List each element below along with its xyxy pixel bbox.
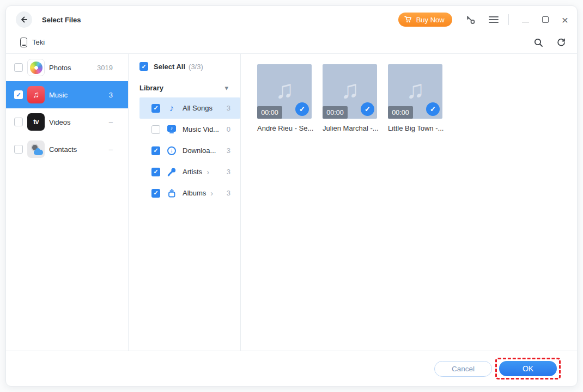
page-title: Select Files — [42, 16, 81, 24]
cancel-button[interactable]: Cancel — [434, 361, 492, 377]
category-item-count: 3 — [227, 189, 230, 197]
sidebar-item-label: Contacts — [49, 145, 109, 154]
song-thumbnail[interactable]: ♫ 00:00 ✓ — [388, 64, 442, 119]
phone-icon — [20, 38, 27, 47]
sidebar-item-count: 3 — [109, 91, 113, 99]
cart-icon — [404, 16, 412, 23]
category-item-music-videos[interactable]: ✓ ♪ Music Vid... 0 — [139, 119, 240, 140]
song-card[interactable]: ♫ 00:00 ✓ Julien Marchal -... — [323, 64, 377, 132]
chevron-right-icon[interactable]: › — [210, 189, 213, 197]
all-songs-checkbox[interactable]: ✓ — [151, 104, 160, 113]
song-thumbnail[interactable]: ♫ 00:00 ✓ — [257, 64, 312, 119]
contacts-app-icon — [27, 140, 45, 158]
album-icon — [166, 188, 177, 199]
menu-icon[interactable] — [489, 16, 499, 23]
sidebar: ✓ Photos 3019 ✓ ♫ Music 3 ✓ tv Videos – … — [6, 54, 129, 351]
photos-checkbox[interactable]: ✓ — [14, 63, 23, 72]
music-app-icon: ♫ — [27, 86, 45, 103]
duration-badge: 00:00 — [388, 106, 413, 119]
category-item-label: Albums — [183, 189, 206, 197]
device-name: Teki — [32, 38, 45, 46]
minimize-button[interactable] — [522, 17, 529, 22]
device-bar: Teki — [6, 31, 577, 53]
category-item-count: 3 — [227, 146, 230, 155]
duration-badge: 00:00 — [257, 106, 282, 119]
select-all-label: Select All — [154, 63, 185, 71]
header: Select Files Buy Now × Teki — [6, 6, 577, 54]
sidebar-item-videos[interactable]: ✓ tv Videos – — [6, 108, 128, 136]
category-item-label: All Songs — [183, 104, 212, 112]
song-card[interactable]: ♫ 00:00 ✓ André Rieu - Se... — [257, 64, 312, 132]
main-body: ✓ Photos 3019 ✓ ♫ Music 3 ✓ tv Videos – … — [6, 54, 577, 351]
category-item-albums[interactable]: ✓ Albums › 3 — [139, 182, 240, 204]
downloaded-checkbox[interactable]: ✓ — [151, 146, 160, 155]
category-item-count: 3 — [227, 168, 230, 176]
file-grid: ♫ 00:00 ✓ André Rieu - Se... ♫ 00:00 ✓ J… — [241, 54, 577, 351]
category-list: ✓ ♪ All Songs 3 ✓ ♪ Music Vid... 0 ✓ — [129, 97, 240, 204]
song-thumbnail[interactable]: ♫ 00:00 ✓ — [323, 64, 377, 119]
category-item-count: 0 — [227, 125, 230, 133]
download-circle-icon: ↓ — [166, 145, 177, 156]
category-item-count: 3 — [227, 104, 230, 112]
title-bar: Select Files Buy Now × — [6, 6, 577, 31]
category-item-label: Artists — [183, 168, 202, 176]
library-group-header[interactable]: Library ▾ — [129, 82, 240, 93]
selected-check-icon[interactable]: ✓ — [426, 102, 440, 116]
category-item-artists[interactable]: ✓ Artists › 3 — [139, 161, 240, 182]
back-arrow-icon — [20, 15, 28, 24]
buy-now-label: Buy Now — [416, 16, 445, 24]
category-item-label: Music Vid... — [183, 125, 219, 133]
videos-checkbox[interactable]: ✓ — [14, 118, 23, 126]
sidebar-item-count: – — [109, 145, 113, 154]
videos-app-icon: tv — [27, 113, 45, 131]
song-title: Little Big Town -... — [388, 124, 442, 132]
music-checkbox[interactable]: ✓ — [14, 90, 23, 99]
search-icon[interactable] — [533, 38, 543, 47]
buy-now-button[interactable]: Buy Now — [398, 13, 452, 27]
sidebar-item-label: Photos — [49, 64, 97, 72]
sidebar-item-count: – — [109, 118, 113, 126]
footer: Cancel OK — [6, 351, 577, 386]
song-title: André Rieu - Se... — [257, 124, 312, 132]
titlebar-divider — [508, 14, 509, 25]
artists-checkbox[interactable]: ✓ — [151, 168, 160, 176]
microphone-icon — [166, 167, 177, 177]
select-all-checkbox[interactable]: ✓ — [139, 62, 148, 71]
category-panel: ✓ Select All (3/3) Library ▾ ✓ ♪ All Son… — [129, 54, 241, 351]
sidebar-item-contacts[interactable]: ✓ Contacts – — [6, 136, 128, 163]
category-item-all-songs[interactable]: ✓ ♪ All Songs 3 — [139, 97, 240, 119]
song-card[interactable]: ♫ 00:00 ✓ Little Big Town -... — [388, 64, 442, 132]
music-note-icon: ♪ — [166, 103, 177, 114]
selected-check-icon[interactable]: ✓ — [361, 102, 374, 116]
ok-button[interactable]: OK — [499, 361, 557, 376]
sidebar-item-music[interactable]: ✓ ♫ Music 3 — [6, 81, 128, 108]
annotation-highlight-box: OK — [495, 358, 561, 379]
albums-checkbox[interactable]: ✓ — [151, 189, 160, 198]
sidebar-item-label: Music — [49, 91, 109, 99]
photos-app-icon — [27, 59, 45, 76]
app-window: Select Files Buy Now × Teki — [5, 5, 578, 387]
refresh-icon[interactable] — [556, 38, 566, 47]
register-key-icon[interactable] — [465, 15, 476, 25]
close-button[interactable]: × — [562, 14, 568, 26]
music-videos-checkbox[interactable]: ✓ — [151, 125, 160, 134]
category-item-downloaded[interactable]: ✓ ↓ Downloa... 3 — [139, 140, 240, 161]
duration-badge: 00:00 — [323, 106, 348, 119]
sidebar-item-label: Videos — [49, 118, 109, 126]
select-all-row[interactable]: ✓ Select All (3/3) — [129, 61, 240, 72]
sidebar-item-photos[interactable]: ✓ Photos 3019 — [6, 54, 128, 81]
music-video-icon: ♪ — [166, 124, 177, 135]
library-group-label: Library — [139, 84, 224, 92]
selected-check-icon[interactable]: ✓ — [295, 102, 309, 116]
back-button[interactable] — [16, 11, 32, 28]
chevron-down-icon[interactable]: ▾ — [224, 84, 228, 92]
contacts-checkbox[interactable]: ✓ — [14, 145, 23, 154]
maximize-button[interactable] — [542, 16, 549, 23]
song-title: Julien Marchal -... — [323, 124, 377, 132]
select-all-progress: (3/3) — [189, 63, 203, 71]
category-item-label: Downloa... — [183, 146, 216, 155]
chevron-right-icon[interactable]: › — [207, 168, 209, 176]
sidebar-item-count: 3019 — [97, 64, 113, 72]
